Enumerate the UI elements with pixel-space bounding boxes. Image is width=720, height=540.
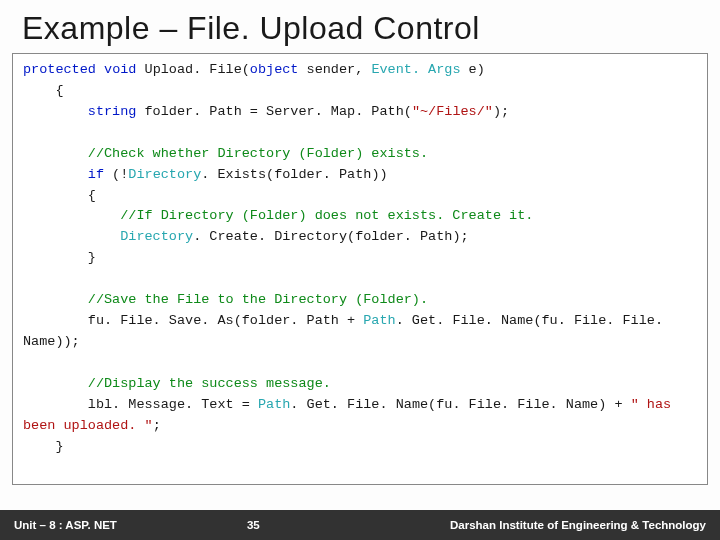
code-type: Event. Args bbox=[371, 62, 460, 77]
code-keyword: protected bbox=[23, 62, 96, 77]
code-text: ); bbox=[493, 104, 509, 119]
code-text: (! bbox=[104, 167, 128, 182]
code-text: } bbox=[23, 250, 96, 265]
code-text: ; bbox=[153, 418, 161, 433]
code-example-box: protected void Upload. File(object sende… bbox=[12, 53, 708, 485]
code-type: Directory bbox=[120, 229, 193, 244]
code-type: Path bbox=[363, 313, 395, 328]
code-text bbox=[23, 229, 120, 244]
code-text: } bbox=[23, 439, 64, 454]
slide-title: Example – File. Upload Control bbox=[0, 0, 720, 53]
footer-page: 35 bbox=[117, 519, 450, 531]
footer-org: Darshan Institute of Engineering & Techn… bbox=[450, 519, 706, 531]
code-text: { bbox=[23, 188, 96, 203]
code-string: "~/Files/" bbox=[412, 104, 493, 119]
code-text bbox=[23, 104, 88, 119]
code-text bbox=[23, 167, 88, 182]
code-text: . Exists(folder. Path)) bbox=[201, 167, 387, 182]
code-text: fu. File. Save. As(folder. Path + bbox=[23, 313, 363, 328]
code-text bbox=[23, 208, 120, 223]
code-comment: //Display the success message. bbox=[88, 376, 331, 391]
code-text: e) bbox=[461, 62, 485, 77]
code-text: . Get. File. Name(fu. File. File. Name) … bbox=[290, 397, 630, 412]
code-type: Path bbox=[258, 397, 290, 412]
code-text: . Create. Directory(folder. Path); bbox=[193, 229, 468, 244]
code-text: { bbox=[23, 83, 64, 98]
code-text bbox=[23, 376, 88, 391]
code-text bbox=[23, 146, 88, 161]
footer-unit: Unit – 8 : ASP. NET bbox=[14, 519, 117, 531]
code-keyword: string bbox=[88, 104, 137, 119]
code-block: protected void Upload. File(object sende… bbox=[23, 60, 697, 458]
slide-footer: Unit – 8 : ASP. NET 35 Darshan Institute… bbox=[0, 510, 720, 540]
code-comment: //If Directory (Folder) does not exists.… bbox=[120, 208, 533, 223]
code-text bbox=[23, 292, 88, 307]
code-type: Directory bbox=[128, 167, 201, 182]
code-comment: //Check whether Directory (Folder) exist… bbox=[88, 146, 428, 161]
code-keyword: if bbox=[88, 167, 104, 182]
code-text: lbl. Message. Text = bbox=[23, 397, 258, 412]
code-keyword: object bbox=[250, 62, 299, 77]
code-text: folder. Path = Server. Map. Path( bbox=[136, 104, 411, 119]
code-keyword: void bbox=[104, 62, 136, 77]
code-comment: //Save the File to the Directory (Folder… bbox=[88, 292, 428, 307]
code-text: sender, bbox=[298, 62, 371, 77]
code-text: Upload. File( bbox=[136, 62, 249, 77]
